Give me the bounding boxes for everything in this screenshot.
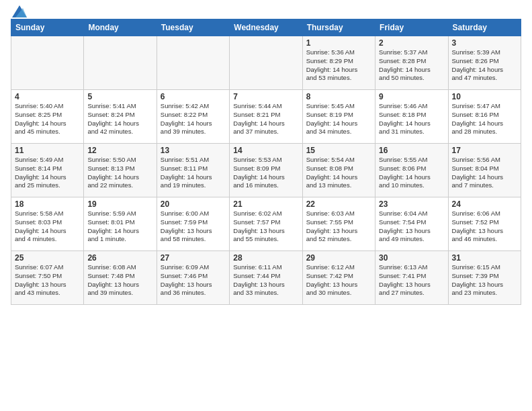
- day-number: 31: [452, 253, 517, 263]
- day-info: Sunrise: 5:44 AM Sunset: 8:21 PM Dayligh…: [233, 102, 298, 136]
- day-number: 20: [161, 199, 226, 209]
- day-info: Sunrise: 6:13 AM Sunset: 7:41 PM Dayligh…: [379, 263, 444, 298]
- day-info: Sunrise: 6:09 AM Sunset: 7:46 PM Dayligh…: [161, 263, 226, 298]
- calendar-cell: 30Sunrise: 6:13 AM Sunset: 7:41 PM Dayli…: [375, 251, 448, 305]
- header: [11, 7, 521, 15]
- calendar-cell: 1Sunrise: 5:36 AM Sunset: 8:29 PM Daylig…: [302, 36, 375, 90]
- day-number: 23: [379, 199, 444, 209]
- day-info: Sunrise: 5:41 AM Sunset: 8:24 PM Dayligh…: [87, 102, 152, 136]
- page: SundayMondayTuesdayWednesdayThursdayFrid…: [0, 0, 532, 411]
- day-info: Sunrise: 6:02 AM Sunset: 7:57 PM Dayligh…: [233, 210, 298, 244]
- day-number: 18: [15, 199, 80, 209]
- calendar-cell: 22Sunrise: 6:03 AM Sunset: 7:55 PM Dayli…: [302, 197, 375, 251]
- col-header-tuesday: Tuesday: [157, 19, 229, 36]
- calendar-cell: [157, 36, 229, 90]
- col-header-friday: Friday: [375, 19, 448, 36]
- col-header-monday: Monday: [84, 19, 157, 36]
- day-number: 12: [87, 146, 152, 155]
- calendar-cell: [84, 36, 157, 90]
- calendar-cell: 15Sunrise: 5:54 AM Sunset: 8:08 PM Dayli…: [302, 144, 375, 197]
- day-info: Sunrise: 6:12 AM Sunset: 7:42 PM Dayligh…: [306, 263, 371, 298]
- col-header-wednesday: Wednesday: [230, 19, 302, 36]
- logo-icon: [12, 5, 27, 17]
- logo: [11, 7, 27, 15]
- day-number: 4: [15, 92, 80, 101]
- day-info: Sunrise: 5:49 AM Sunset: 8:14 PM Dayligh…: [15, 156, 80, 190]
- day-info: Sunrise: 6:07 AM Sunset: 7:50 PM Dayligh…: [15, 263, 80, 298]
- day-number: 5: [87, 92, 152, 101]
- day-number: 9: [379, 92, 444, 101]
- day-number: 25: [15, 253, 80, 263]
- day-info: Sunrise: 6:00 AM Sunset: 7:59 PM Dayligh…: [161, 210, 226, 244]
- calendar-cell: 8Sunrise: 5:45 AM Sunset: 8:19 PM Daylig…: [302, 90, 375, 144]
- calendar-cell: 28Sunrise: 6:11 AM Sunset: 7:44 PM Dayli…: [230, 251, 302, 305]
- calendar-cell: 23Sunrise: 6:04 AM Sunset: 7:54 PM Dayli…: [375, 197, 448, 251]
- day-info: Sunrise: 5:51 AM Sunset: 8:11 PM Dayligh…: [161, 156, 226, 190]
- calendar-week-5: 25Sunrise: 6:07 AM Sunset: 7:50 PM Dayli…: [11, 251, 521, 305]
- calendar-table: SundayMondayTuesdayWednesdayThursdayFrid…: [11, 19, 521, 305]
- calendar-cell: 4Sunrise: 5:40 AM Sunset: 8:25 PM Daylig…: [11, 90, 84, 144]
- day-number: 13: [161, 146, 226, 155]
- day-number: 6: [161, 92, 226, 101]
- day-number: 28: [233, 253, 298, 263]
- calendar-cell: 11Sunrise: 5:49 AM Sunset: 8:14 PM Dayli…: [11, 144, 84, 197]
- day-info: Sunrise: 6:03 AM Sunset: 7:55 PM Dayligh…: [306, 210, 371, 244]
- day-info: Sunrise: 5:58 AM Sunset: 8:03 PM Dayligh…: [15, 210, 80, 244]
- calendar-cell: 2Sunrise: 5:37 AM Sunset: 8:28 PM Daylig…: [375, 36, 448, 90]
- calendar-week-3: 11Sunrise: 5:49 AM Sunset: 8:14 PM Dayli…: [11, 144, 521, 197]
- day-number: 19: [87, 199, 152, 209]
- calendar-cell: 25Sunrise: 6:07 AM Sunset: 7:50 PM Dayli…: [11, 251, 84, 305]
- col-header-saturday: Saturday: [448, 19, 521, 36]
- day-number: 10: [452, 92, 517, 101]
- calendar-cell: 6Sunrise: 5:42 AM Sunset: 8:22 PM Daylig…: [157, 90, 229, 144]
- calendar-week-2: 4Sunrise: 5:40 AM Sunset: 8:25 PM Daylig…: [11, 90, 521, 144]
- day-info: Sunrise: 5:47 AM Sunset: 8:16 PM Dayligh…: [452, 102, 517, 136]
- day-info: Sunrise: 5:53 AM Sunset: 8:09 PM Dayligh…: [233, 156, 298, 190]
- day-number: 15: [306, 146, 371, 155]
- day-info: Sunrise: 5:56 AM Sunset: 8:04 PM Dayligh…: [452, 156, 517, 190]
- calendar-week-4: 18Sunrise: 5:58 AM Sunset: 8:03 PM Dayli…: [11, 197, 521, 251]
- day-number: 27: [161, 253, 226, 263]
- day-info: Sunrise: 5:45 AM Sunset: 8:19 PM Dayligh…: [306, 102, 371, 136]
- col-header-sunday: Sunday: [11, 19, 84, 36]
- calendar-cell: [11, 36, 84, 90]
- day-number: 2: [379, 38, 444, 48]
- calendar-cell: 14Sunrise: 5:53 AM Sunset: 8:09 PM Dayli…: [230, 144, 302, 197]
- day-info: Sunrise: 6:08 AM Sunset: 7:48 PM Dayligh…: [87, 263, 152, 298]
- calendar-cell: 20Sunrise: 6:00 AM Sunset: 7:59 PM Dayli…: [157, 197, 229, 251]
- calendar-cell: 29Sunrise: 6:12 AM Sunset: 7:42 PM Dayli…: [302, 251, 375, 305]
- calendar-header-row: SundayMondayTuesdayWednesdayThursdayFrid…: [11, 19, 521, 36]
- day-info: Sunrise: 5:46 AM Sunset: 8:18 PM Dayligh…: [379, 102, 444, 136]
- day-number: 30: [379, 253, 444, 263]
- day-info: Sunrise: 5:36 AM Sunset: 8:29 PM Dayligh…: [306, 48, 371, 83]
- calendar-cell: 18Sunrise: 5:58 AM Sunset: 8:03 PM Dayli…: [11, 197, 84, 251]
- calendar-cell: 16Sunrise: 5:55 AM Sunset: 8:06 PM Dayli…: [375, 144, 448, 197]
- calendar-cell: 9Sunrise: 5:46 AM Sunset: 8:18 PM Daylig…: [375, 90, 448, 144]
- calendar-cell: 5Sunrise: 5:41 AM Sunset: 8:24 PM Daylig…: [84, 90, 157, 144]
- day-info: Sunrise: 5:59 AM Sunset: 8:01 PM Dayligh…: [87, 210, 152, 244]
- day-info: Sunrise: 6:06 AM Sunset: 7:52 PM Dayligh…: [452, 210, 517, 244]
- day-number: 29: [306, 253, 371, 263]
- day-number: 14: [233, 146, 298, 155]
- calendar-cell: 17Sunrise: 5:56 AM Sunset: 8:04 PM Dayli…: [448, 144, 521, 197]
- day-number: 26: [87, 253, 152, 263]
- calendar-cell: 31Sunrise: 6:15 AM Sunset: 7:39 PM Dayli…: [448, 251, 521, 305]
- day-info: Sunrise: 5:40 AM Sunset: 8:25 PM Dayligh…: [15, 102, 80, 136]
- day-info: Sunrise: 6:15 AM Sunset: 7:39 PM Dayligh…: [452, 263, 517, 298]
- calendar-cell: 26Sunrise: 6:08 AM Sunset: 7:48 PM Dayli…: [84, 251, 157, 305]
- day-info: Sunrise: 5:39 AM Sunset: 8:26 PM Dayligh…: [452, 48, 517, 83]
- day-number: 22: [306, 199, 371, 209]
- day-number: 24: [452, 199, 517, 209]
- day-number: 11: [15, 146, 80, 155]
- calendar-cell: [230, 36, 302, 90]
- calendar-cell: 12Sunrise: 5:50 AM Sunset: 8:13 PM Dayli…: [84, 144, 157, 197]
- day-number: 8: [306, 92, 371, 101]
- calendar-cell: 21Sunrise: 6:02 AM Sunset: 7:57 PM Dayli…: [230, 197, 302, 251]
- calendar-cell: 27Sunrise: 6:09 AM Sunset: 7:46 PM Dayli…: [157, 251, 229, 305]
- calendar-cell: 24Sunrise: 6:06 AM Sunset: 7:52 PM Dayli…: [448, 197, 521, 251]
- calendar-cell: 7Sunrise: 5:44 AM Sunset: 8:21 PM Daylig…: [230, 90, 302, 144]
- day-info: Sunrise: 5:37 AM Sunset: 8:28 PM Dayligh…: [379, 48, 444, 83]
- day-info: Sunrise: 5:50 AM Sunset: 8:13 PM Dayligh…: [87, 156, 152, 190]
- day-number: 17: [452, 146, 517, 155]
- day-number: 21: [233, 199, 298, 209]
